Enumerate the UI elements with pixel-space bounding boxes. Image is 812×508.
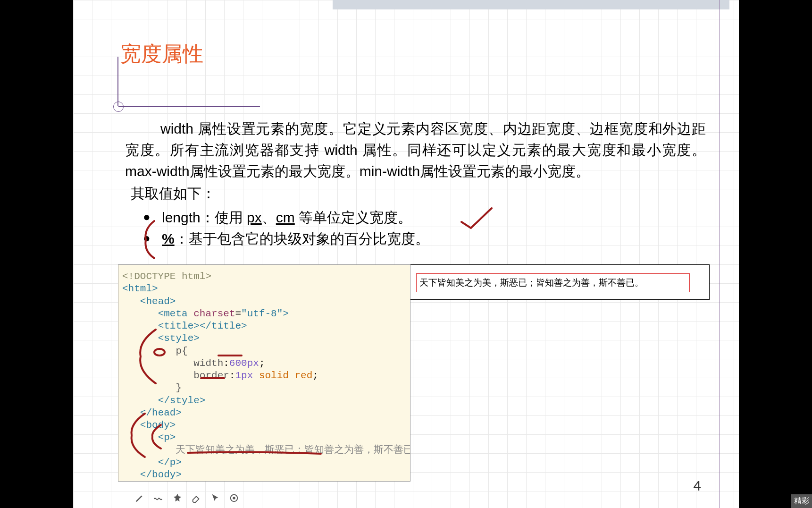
slide: 宽度属性 width 属性设置元素的宽度。它定义元素内容区宽度、内边距宽度、边框… xyxy=(73,0,739,508)
bullet-key: % xyxy=(162,231,175,246)
title-ornament xyxy=(113,102,264,120)
right-divider xyxy=(720,0,720,508)
top-bar xyxy=(333,0,729,9)
stamp-icon[interactable] xyxy=(172,493,183,503)
output-panel: 天下皆知美之为美，斯恶已；皆知善之为善，斯不善已。 xyxy=(410,264,710,300)
body-paragraph: width 属性设置元素的宽度。它定义元素内容区宽度、内边距宽度、边框宽度和外边… xyxy=(125,118,706,182)
slide-content: width 属性设置元素的宽度。它定义元素内容区宽度、内边距宽度、边框宽度和外边… xyxy=(125,118,706,249)
output-box: 天下皆知美之为美，斯恶已；皆知善之为善，斯不善已。 xyxy=(416,273,690,292)
annotation-toolbar xyxy=(134,493,239,503)
code-panel: <!DOCTYPE html> <html> <head> <meta char… xyxy=(118,264,410,482)
code-paragraph-text: 天下皆知美之为美，斯恶已；皆知善之为善，斯不善已。 xyxy=(176,445,410,456)
eraser-icon[interactable] xyxy=(191,493,201,503)
svg-point-2 xyxy=(233,497,235,500)
pen-icon[interactable] xyxy=(134,493,145,503)
bullet-key: length xyxy=(162,210,201,225)
values-label: 其取值如下： xyxy=(125,183,706,204)
record-icon[interactable] xyxy=(229,493,239,503)
pointer-icon[interactable] xyxy=(210,493,220,503)
bullet-length: length：使用 px、cm 等单位定义宽度。 xyxy=(162,207,706,228)
wave-icon[interactable] xyxy=(153,493,164,503)
page-number: 4 xyxy=(693,478,701,494)
code-doctype: <!DOCTYPE html> xyxy=(122,271,211,282)
footer-watermark: 精彩 xyxy=(791,494,812,508)
bullet-list: length：使用 px、cm 等单位定义宽度。 %：基于包含它的块级对象的百分… xyxy=(125,207,706,249)
bullet-percent: %：基于包含它的块级对象的百分比宽度。 xyxy=(162,228,706,249)
slide-title: 宽度属性 xyxy=(120,40,203,68)
